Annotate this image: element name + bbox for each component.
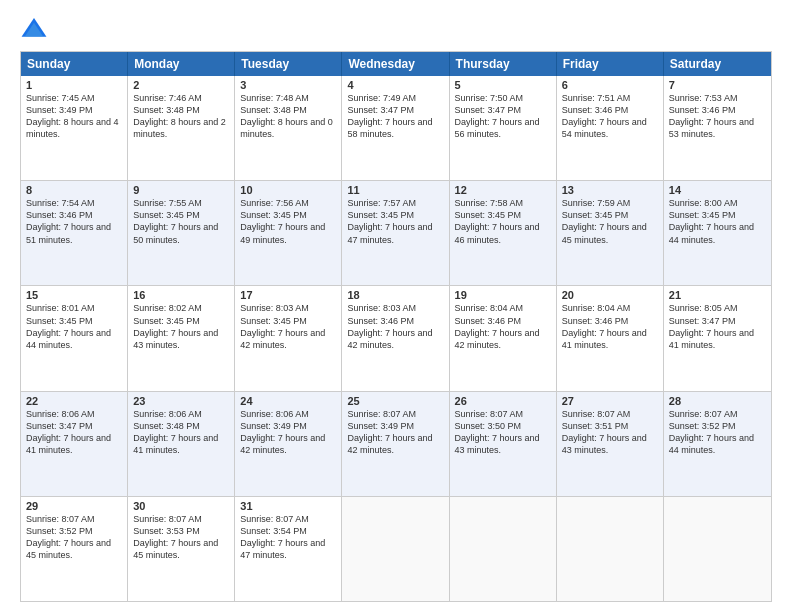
header-day-saturday: Saturday — [664, 52, 771, 76]
day-cell-8: 8Sunrise: 7:54 AM Sunset: 3:46 PM Daylig… — [21, 181, 128, 285]
empty-cell — [557, 497, 664, 601]
day-info: Sunrise: 7:48 AM Sunset: 3:48 PM Dayligh… — [240, 92, 336, 141]
day-cell-1: 1Sunrise: 7:45 AM Sunset: 3:49 PM Daylig… — [21, 76, 128, 180]
day-info: Sunrise: 8:07 AM Sunset: 3:52 PM Dayligh… — [669, 408, 766, 457]
day-info: Sunrise: 8:07 AM Sunset: 3:49 PM Dayligh… — [347, 408, 443, 457]
day-number: 7 — [669, 79, 766, 91]
day-info: Sunrise: 7:51 AM Sunset: 3:46 PM Dayligh… — [562, 92, 658, 141]
day-info: Sunrise: 8:07 AM Sunset: 3:54 PM Dayligh… — [240, 513, 336, 562]
day-cell-14: 14Sunrise: 8:00 AM Sunset: 3:45 PM Dayli… — [664, 181, 771, 285]
day-info: Sunrise: 7:55 AM Sunset: 3:45 PM Dayligh… — [133, 197, 229, 246]
day-info: Sunrise: 7:56 AM Sunset: 3:45 PM Dayligh… — [240, 197, 336, 246]
day-cell-20: 20Sunrise: 8:04 AM Sunset: 3:46 PM Dayli… — [557, 286, 664, 390]
logo-icon — [20, 15, 48, 43]
day-info: Sunrise: 8:06 AM Sunset: 3:49 PM Dayligh… — [240, 408, 336, 457]
day-cell-24: 24Sunrise: 8:06 AM Sunset: 3:49 PM Dayli… — [235, 392, 342, 496]
day-cell-28: 28Sunrise: 8:07 AM Sunset: 3:52 PM Dayli… — [664, 392, 771, 496]
day-number: 29 — [26, 500, 122, 512]
day-number: 5 — [455, 79, 551, 91]
day-cell-27: 27Sunrise: 8:07 AM Sunset: 3:51 PM Dayli… — [557, 392, 664, 496]
calendar-header: SundayMondayTuesdayWednesdayThursdayFrid… — [21, 52, 771, 76]
empty-cell — [450, 497, 557, 601]
day-cell-13: 13Sunrise: 7:59 AM Sunset: 3:45 PM Dayli… — [557, 181, 664, 285]
day-cell-25: 25Sunrise: 8:07 AM Sunset: 3:49 PM Dayli… — [342, 392, 449, 496]
day-info: Sunrise: 8:05 AM Sunset: 3:47 PM Dayligh… — [669, 302, 766, 351]
day-number: 6 — [562, 79, 658, 91]
header-day-monday: Monday — [128, 52, 235, 76]
logo — [20, 15, 52, 43]
day-info: Sunrise: 8:01 AM Sunset: 3:45 PM Dayligh… — [26, 302, 122, 351]
day-info: Sunrise: 8:07 AM Sunset: 3:53 PM Dayligh… — [133, 513, 229, 562]
day-info: Sunrise: 8:04 AM Sunset: 3:46 PM Dayligh… — [455, 302, 551, 351]
day-info: Sunrise: 7:46 AM Sunset: 3:48 PM Dayligh… — [133, 92, 229, 141]
day-info: Sunrise: 8:04 AM Sunset: 3:46 PM Dayligh… — [562, 302, 658, 351]
day-number: 18 — [347, 289, 443, 301]
calendar-row-4: 22Sunrise: 8:06 AM Sunset: 3:47 PM Dayli… — [21, 392, 771, 497]
day-info: Sunrise: 7:57 AM Sunset: 3:45 PM Dayligh… — [347, 197, 443, 246]
header-day-sunday: Sunday — [21, 52, 128, 76]
header-day-friday: Friday — [557, 52, 664, 76]
calendar-row-2: 8Sunrise: 7:54 AM Sunset: 3:46 PM Daylig… — [21, 181, 771, 286]
day-info: Sunrise: 8:07 AM Sunset: 3:52 PM Dayligh… — [26, 513, 122, 562]
day-cell-23: 23Sunrise: 8:06 AM Sunset: 3:48 PM Dayli… — [128, 392, 235, 496]
day-info: Sunrise: 8:07 AM Sunset: 3:51 PM Dayligh… — [562, 408, 658, 457]
calendar-row-1: 1Sunrise: 7:45 AM Sunset: 3:49 PM Daylig… — [21, 76, 771, 181]
day-info: Sunrise: 8:02 AM Sunset: 3:45 PM Dayligh… — [133, 302, 229, 351]
day-cell-22: 22Sunrise: 8:06 AM Sunset: 3:47 PM Dayli… — [21, 392, 128, 496]
day-number: 17 — [240, 289, 336, 301]
day-number: 28 — [669, 395, 766, 407]
day-number: 2 — [133, 79, 229, 91]
day-info: Sunrise: 8:00 AM Sunset: 3:45 PM Dayligh… — [669, 197, 766, 246]
day-info: Sunrise: 8:07 AM Sunset: 3:50 PM Dayligh… — [455, 408, 551, 457]
day-number: 9 — [133, 184, 229, 196]
day-cell-17: 17Sunrise: 8:03 AM Sunset: 3:45 PM Dayli… — [235, 286, 342, 390]
day-number: 15 — [26, 289, 122, 301]
day-number: 24 — [240, 395, 336, 407]
day-number: 4 — [347, 79, 443, 91]
day-cell-30: 30Sunrise: 8:07 AM Sunset: 3:53 PM Dayli… — [128, 497, 235, 601]
day-cell-12: 12Sunrise: 7:58 AM Sunset: 3:45 PM Dayli… — [450, 181, 557, 285]
calendar-body: 1Sunrise: 7:45 AM Sunset: 3:49 PM Daylig… — [21, 76, 771, 601]
day-number: 31 — [240, 500, 336, 512]
day-number: 8 — [26, 184, 122, 196]
day-cell-10: 10Sunrise: 7:56 AM Sunset: 3:45 PM Dayli… — [235, 181, 342, 285]
day-number: 14 — [669, 184, 766, 196]
day-info: Sunrise: 7:54 AM Sunset: 3:46 PM Dayligh… — [26, 197, 122, 246]
day-number: 25 — [347, 395, 443, 407]
day-cell-26: 26Sunrise: 8:07 AM Sunset: 3:50 PM Dayli… — [450, 392, 557, 496]
day-info: Sunrise: 8:03 AM Sunset: 3:45 PM Dayligh… — [240, 302, 336, 351]
header-day-tuesday: Tuesday — [235, 52, 342, 76]
day-cell-5: 5Sunrise: 7:50 AM Sunset: 3:47 PM Daylig… — [450, 76, 557, 180]
day-cell-19: 19Sunrise: 8:04 AM Sunset: 3:46 PM Dayli… — [450, 286, 557, 390]
day-number: 3 — [240, 79, 336, 91]
day-cell-7: 7Sunrise: 7:53 AM Sunset: 3:46 PM Daylig… — [664, 76, 771, 180]
page: SundayMondayTuesdayWednesdayThursdayFrid… — [0, 0, 792, 612]
calendar: SundayMondayTuesdayWednesdayThursdayFrid… — [20, 51, 772, 602]
day-number: 21 — [669, 289, 766, 301]
day-number: 22 — [26, 395, 122, 407]
header-day-thursday: Thursday — [450, 52, 557, 76]
day-number: 27 — [562, 395, 658, 407]
day-cell-18: 18Sunrise: 8:03 AM Sunset: 3:46 PM Dayli… — [342, 286, 449, 390]
calendar-row-3: 15Sunrise: 8:01 AM Sunset: 3:45 PM Dayli… — [21, 286, 771, 391]
day-cell-29: 29Sunrise: 8:07 AM Sunset: 3:52 PM Dayli… — [21, 497, 128, 601]
day-info: Sunrise: 8:06 AM Sunset: 3:47 PM Dayligh… — [26, 408, 122, 457]
day-cell-3: 3Sunrise: 7:48 AM Sunset: 3:48 PM Daylig… — [235, 76, 342, 180]
day-cell-9: 9Sunrise: 7:55 AM Sunset: 3:45 PM Daylig… — [128, 181, 235, 285]
day-number: 10 — [240, 184, 336, 196]
day-cell-21: 21Sunrise: 8:05 AM Sunset: 3:47 PM Dayli… — [664, 286, 771, 390]
day-cell-2: 2Sunrise: 7:46 AM Sunset: 3:48 PM Daylig… — [128, 76, 235, 180]
day-info: Sunrise: 7:49 AM Sunset: 3:47 PM Dayligh… — [347, 92, 443, 141]
day-number: 23 — [133, 395, 229, 407]
header — [20, 15, 772, 43]
day-number: 20 — [562, 289, 658, 301]
day-number: 26 — [455, 395, 551, 407]
day-number: 11 — [347, 184, 443, 196]
day-number: 12 — [455, 184, 551, 196]
day-info: Sunrise: 7:59 AM Sunset: 3:45 PM Dayligh… — [562, 197, 658, 246]
day-info: Sunrise: 7:50 AM Sunset: 3:47 PM Dayligh… — [455, 92, 551, 141]
header-day-wednesday: Wednesday — [342, 52, 449, 76]
day-info: Sunrise: 8:06 AM Sunset: 3:48 PM Dayligh… — [133, 408, 229, 457]
day-info: Sunrise: 8:03 AM Sunset: 3:46 PM Dayligh… — [347, 302, 443, 351]
day-info: Sunrise: 7:45 AM Sunset: 3:49 PM Dayligh… — [26, 92, 122, 141]
